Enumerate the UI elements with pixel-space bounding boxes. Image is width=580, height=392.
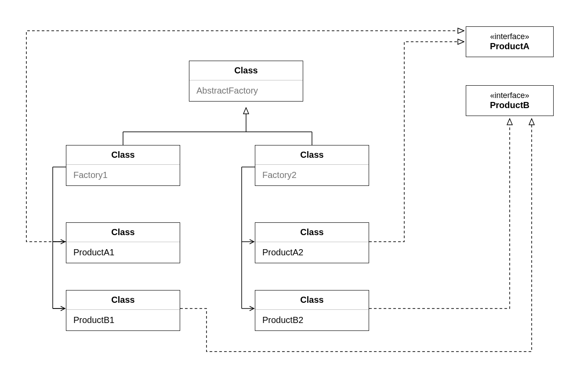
interface-name: ProductA [474, 41, 545, 51]
class-productb2: Class ProductB2 [255, 290, 369, 331]
class-abstract-factory: Class AbstractFactory [189, 61, 303, 102]
interface-productb: «interface» ProductB [466, 85, 554, 116]
class-name: ProductA2 [255, 242, 369, 263]
class-name: ProductB1 [66, 310, 180, 330]
class-header: Class [255, 223, 369, 242]
class-header: Class [66, 290, 180, 310]
class-factory1: Class Factory1 [66, 145, 180, 186]
class-name: Factory1 [66, 165, 180, 185]
interface-name: ProductB [474, 100, 545, 110]
class-header: Class [255, 145, 369, 165]
class-header: Class [189, 61, 303, 80]
class-name: AbstractFactory [189, 80, 303, 101]
class-producta1: Class ProductA1 [66, 222, 180, 263]
interface-stereotype: «interface» [474, 91, 545, 100]
class-factory2: Class Factory2 [255, 145, 369, 186]
interface-stereotype: «interface» [474, 32, 545, 41]
class-name: ProductA1 [66, 242, 180, 263]
class-header: Class [255, 290, 369, 310]
class-productb1: Class ProductB1 [66, 290, 180, 331]
interface-producta: «interface» ProductA [466, 26, 554, 57]
class-header: Class [66, 145, 180, 165]
diagram-connectors [0, 0, 580, 392]
class-name: Factory2 [255, 165, 369, 185]
class-header: Class [66, 223, 180, 242]
class-name: ProductB2 [255, 310, 369, 330]
class-producta2: Class ProductA2 [255, 222, 369, 263]
